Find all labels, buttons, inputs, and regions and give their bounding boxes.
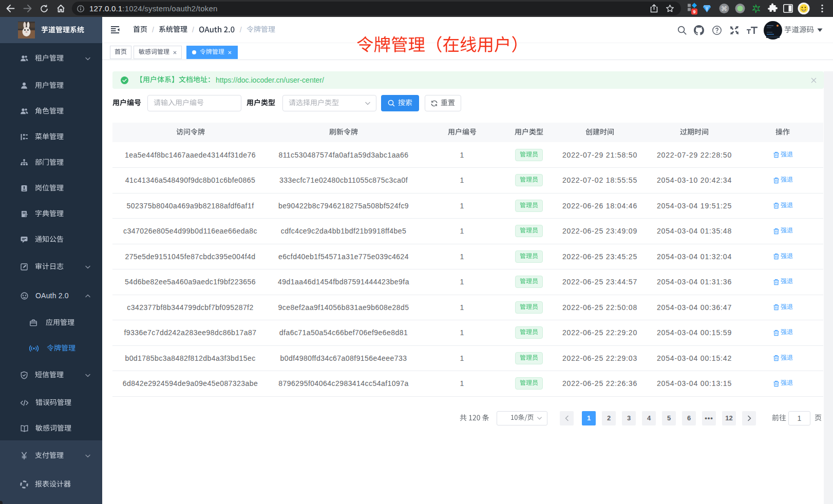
svg-text:⌘: ⌘ <box>721 5 727 12</box>
svg-text:9: 9 <box>693 9 695 14</box>
